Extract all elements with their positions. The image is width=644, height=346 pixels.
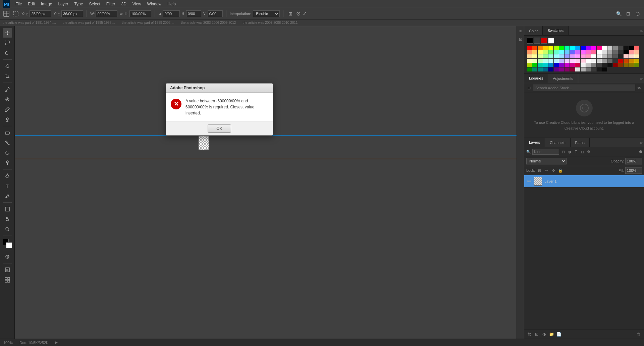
color-swatch[interactable]	[570, 59, 575, 63]
color-swatch[interactable]	[559, 59, 564, 63]
skew-v-input[interactable]	[208, 10, 223, 17]
color-swatch[interactable]	[554, 59, 559, 63]
color-swatch[interactable]	[618, 54, 623, 58]
color-swatch[interactable]	[565, 67, 570, 71]
tab-paths[interactable]: Paths	[571, 138, 590, 147]
color-swatch[interactable]	[575, 67, 580, 71]
color-swatch[interactable]	[624, 46, 629, 50]
color-swatch[interactable]	[607, 54, 612, 58]
color-swatch[interactable]	[538, 46, 543, 50]
color-swatch[interactable]	[538, 50, 543, 54]
color-swatch[interactable]	[527, 59, 532, 63]
color-swatch[interactable]	[607, 59, 612, 63]
color-swatch[interactable]	[543, 50, 548, 54]
menu-3d[interactable]: 3D	[118, 1, 129, 7]
color-swatch[interactable]	[532, 50, 537, 54]
cancel-transform-icon[interactable]: ⊘	[296, 10, 301, 17]
color-swatch[interactable]	[597, 46, 602, 50]
color-swatch[interactable]	[532, 46, 537, 50]
layer-row[interactable]: 👁 Layer 1	[524, 175, 644, 187]
foreground-background-color[interactable]	[3, 239, 12, 248]
color-swatch[interactable]	[565, 46, 570, 50]
color-swatch[interactable]	[581, 67, 586, 71]
add-fx-icon[interactable]: fx	[526, 331, 532, 337]
menu-select[interactable]: Select	[86, 1, 103, 7]
color-swatch[interactable]	[548, 59, 553, 63]
color-swatch[interactable]	[634, 50, 639, 54]
eyedropper-tool[interactable]	[3, 85, 12, 94]
color-swatch[interactable]	[548, 46, 553, 50]
color-swatch[interactable]	[591, 67, 596, 71]
arrange-tool[interactable]	[3, 275, 12, 285]
tab-adjustments[interactable]: Adjustments	[548, 74, 578, 83]
color-swatch[interactable]	[624, 54, 629, 58]
color-swatch[interactable]	[591, 50, 596, 54]
selection-tool[interactable]	[3, 38, 12, 48]
color-swatch[interactable]	[543, 59, 548, 63]
new-fill-layer-icon[interactable]: ◑	[541, 331, 547, 337]
color-swatch[interactable]	[602, 63, 607, 67]
w-input[interactable]	[96, 10, 117, 17]
libraries-grid-icon[interactable]: ⊞	[526, 85, 532, 91]
color-swatch[interactable]	[629, 63, 634, 67]
quick-mask-tool[interactable]	[3, 252, 12, 261]
color-swatch[interactable]	[527, 46, 532, 50]
color-swatch[interactable]	[548, 54, 553, 58]
color-swatch[interactable]	[575, 54, 580, 58]
menu-view[interactable]: View	[130, 1, 144, 7]
clone-stamp-tool[interactable]	[3, 115, 12, 124]
menu-filter[interactable]: Filter	[104, 1, 118, 7]
color-swatch[interactable]	[591, 54, 596, 58]
color-swatch[interactable]	[586, 63, 591, 67]
color-swatch[interactable]	[613, 54, 618, 58]
color-swatch[interactable]	[613, 63, 618, 67]
tab-layers[interactable]: Layers	[524, 138, 545, 147]
dodge-tool[interactable]	[3, 158, 12, 167]
color-swatch[interactable]	[629, 59, 634, 63]
commit-transform-icon[interactable]: ✓	[303, 10, 307, 17]
add-mask-icon[interactable]: ⊡	[534, 331, 540, 337]
color-swatch[interactable]	[554, 50, 559, 54]
screen-mode-tool[interactable]	[3, 265, 12, 275]
libraries-panel-close[interactable]: ≫	[639, 74, 644, 83]
dialog-ok-button[interactable]: OK	[208, 125, 231, 133]
color-swatch[interactable]	[607, 63, 612, 67]
tab-swatches[interactable]: Swatches	[543, 26, 569, 35]
color-swatch[interactable]	[581, 54, 586, 58]
color-swatch[interactable]	[532, 67, 537, 71]
tab-color[interactable]: Color	[524, 26, 543, 35]
lock-pixels-icon[interactable]: ✏	[544, 168, 549, 173]
lock-all-icon[interactable]: 🔒	[558, 168, 563, 173]
color-swatch[interactable]	[597, 59, 602, 63]
new-group-icon[interactable]: 📁	[548, 331, 554, 337]
color-swatch[interactable]	[538, 54, 543, 58]
menu-help[interactable]: Help	[165, 1, 178, 7]
color-swatch[interactable]	[559, 63, 564, 67]
color-swatch[interactable]	[548, 67, 553, 71]
angle-input[interactable]	[163, 10, 180, 17]
color-swatch[interactable]	[618, 63, 623, 67]
healing-brush-tool[interactable]	[3, 95, 12, 104]
color-swatch[interactable]	[565, 50, 570, 54]
blur-tool[interactable]	[3, 148, 12, 157]
color-swatch[interactable]	[624, 63, 629, 67]
color-swatch[interactable]	[565, 59, 570, 63]
zoom-tool[interactable]	[3, 225, 12, 234]
y-input[interactable]	[61, 10, 83, 17]
path-select-tool[interactable]	[3, 191, 12, 201]
color-swatch[interactable]	[597, 50, 602, 54]
color-swatch[interactable]	[597, 63, 602, 67]
color-swatch[interactable]	[559, 50, 564, 54]
skew-h-input[interactable]	[186, 10, 201, 17]
paint-bucket-tool[interactable]	[3, 138, 12, 147]
color-swatch[interactable]	[559, 54, 564, 58]
filter-pixel-icon[interactable]: ⊡	[560, 149, 566, 154]
fill-input[interactable]	[625, 167, 642, 174]
collapse-panel-icon[interactable]: ≡	[518, 28, 524, 34]
move-tool[interactable]	[3, 28, 12, 38]
layer-visibility-icon[interactable]: 👁	[526, 179, 532, 184]
libraries-search-input[interactable]	[533, 85, 635, 91]
filter-adjustment-icon[interactable]: ◑	[567, 149, 572, 154]
color-swatch[interactable]	[586, 46, 591, 50]
color-swatch[interactable]	[532, 59, 537, 63]
